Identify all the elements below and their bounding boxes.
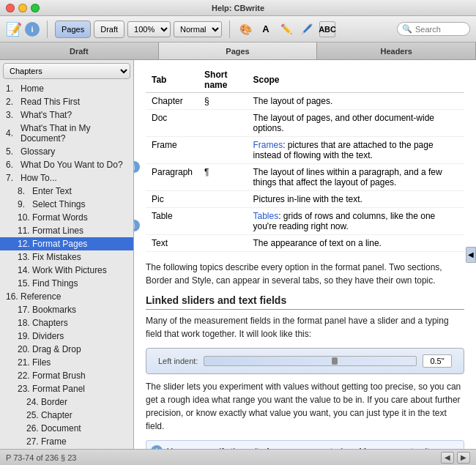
sidebar-list: 1.Home2.Read This First3.What's That?4.W…	[0, 82, 133, 449]
sidebar-item[interactable]: 11.Format Lines	[0, 224, 133, 237]
sidebar-item[interactable]: 7.How To...	[0, 171, 133, 185]
sidebar-item[interactable]: 13.Fix Mistakes	[0, 250, 133, 264]
tab-bar: Draft Pages Headers	[0, 42, 476, 60]
table-cell-scope-link[interactable]: Tables	[253, 211, 279, 221]
sidebar-item[interactable]: 21.Files	[0, 356, 133, 369]
draft-button[interactable]: Draft	[94, 21, 124, 38]
app-icon[interactable]: 📝	[6, 21, 22, 37]
table-header-tab: Tab	[146, 67, 198, 93]
toolbar-group-app: 📝 i	[6, 21, 40, 37]
sidebar-item[interactable]: 19.Dividers	[0, 330, 133, 343]
table-cell-scope: The layout of lines within a paragraph, …	[248, 164, 465, 191]
sidebar-item[interactable]: 5.Glossary	[0, 145, 133, 158]
pen-icon[interactable]: ✏️	[278, 21, 294, 37]
table-row: FrameFrames: pictures that are attached …	[146, 137, 464, 164]
sidebar-item[interactable]: 15.Find Things	[0, 277, 133, 290]
sidebar-item[interactable]: 22.Format Brush	[0, 369, 133, 382]
sidebar-item[interactable]: 28.List	[0, 448, 133, 449]
table-cell-short-name	[198, 191, 247, 208]
info-marker-1[interactable]: i	[134, 161, 140, 173]
table-row: DocThe layout of pages, and other docume…	[146, 110, 464, 137]
tab-headers[interactable]: Headers	[317, 42, 476, 59]
sidebar-item[interactable]: 26.Document	[0, 422, 133, 435]
table-cell-scope-link[interactable]: Frames	[253, 140, 283, 150]
table-cell-tab: Table	[146, 208, 198, 235]
table-cell-short-name: §	[198, 93, 247, 110]
table-cell-scope: The layout of pages, and other document-…	[248, 110, 465, 137]
sidebar-item[interactable]: 12.Format Pages	[0, 237, 133, 250]
status-nav: ◀ ▶	[441, 452, 470, 464]
info-box-text: You can specify the units for measuremen…	[167, 445, 459, 449]
view-mode-select[interactable]: Normal Outline	[174, 21, 222, 37]
scroll-handle[interactable]: ◀	[466, 247, 476, 263]
tab-draft[interactable]: Draft	[0, 42, 159, 59]
table-cell-short-name	[198, 208, 247, 235]
pages-button[interactable]: Pages	[55, 21, 91, 38]
nav-next-button[interactable]: ▶	[457, 452, 470, 464]
sidebar-item[interactable]: 10.Format Words	[0, 211, 133, 224]
spell-icon[interactable]: ABC	[319, 21, 335, 37]
window-buttons	[6, 4, 40, 12]
search-box: 🔍	[397, 22, 470, 36]
sidebar-item[interactable]: 20.Drag & Drop	[0, 343, 133, 356]
sidebar-item[interactable]: 6.What Do You Want to Do?	[0, 158, 133, 171]
table-header-scope: Scope	[248, 67, 465, 93]
divider1	[47, 21, 48, 38]
chapters-dropdown[interactable]: Chapters	[3, 63, 130, 79]
sidebar-item[interactable]: 24.Border	[0, 395, 133, 409]
table-row: Paragraph¶The layout of lines within a p…	[146, 164, 464, 191]
main-layout: Chapters 1.Home2.Read This First3.What's…	[0, 60, 476, 449]
info-marker-2[interactable]: i	[134, 220, 140, 231]
minimize-button[interactable]	[18, 4, 27, 12]
table-cell-scope: The appearance of text on a line.	[248, 235, 465, 252]
sidebar-item[interactable]: 18.Chapters	[0, 316, 133, 330]
sidebar-item[interactable]: 14.Work With Pictures	[0, 264, 133, 277]
slider-value-input[interactable]	[423, 354, 452, 368]
title-bar: Help: CBwrite	[0, 0, 476, 16]
close-button[interactable]	[6, 4, 15, 12]
table-cell-tab: Pic	[146, 191, 198, 208]
info-box: i You can specify the units for measurem…	[146, 440, 464, 449]
maximize-button[interactable]	[31, 4, 40, 12]
zoom-select[interactable]: 100% 75% 150%	[127, 21, 171, 37]
section1-text2: The slider lets you experiment with valu…	[146, 380, 464, 433]
sidebar-item[interactable]: 8.Enter Text	[0, 185, 133, 198]
sidebar: Chapters 1.Home2.Read This First3.What's…	[0, 60, 134, 449]
status-bar: P 73-74 of 236 § 23 ◀ ▶	[0, 449, 476, 465]
table-cell-tab: Paragraph	[146, 164, 198, 191]
table-cell-short-name	[198, 235, 247, 252]
sidebar-item[interactable]: 25.Chapter	[0, 409, 133, 422]
search-input[interactable]	[415, 25, 474, 34]
status-text: P 73-74 of 236 § 23	[6, 453, 435, 462]
slider-demo: Left indent:	[146, 348, 464, 374]
table-cell-scope: Tables: grids of rows and columns, like …	[248, 208, 465, 235]
slider-label: Left indent:	[158, 357, 198, 365]
sidebar-item[interactable]: 23.Format Panel	[0, 382, 133, 395]
info-box-icon: i	[151, 445, 163, 449]
nav-prev-button[interactable]: ◀	[441, 452, 454, 464]
table-row: TableTables: grids of rows and columns, …	[146, 208, 464, 235]
sidebar-item[interactable]: 4.What's That in My Document?	[0, 122, 133, 145]
color-wheel-icon[interactable]: 🎨	[237, 21, 253, 37]
sidebar-item[interactable]: 9.Select Things	[0, 198, 133, 211]
sidebar-item[interactable]: 3.What's That?	[0, 108, 133, 122]
sidebar-item[interactable]: 16.Reference	[0, 290, 133, 303]
sidebar-item[interactable]: 2.Read This First	[0, 95, 133, 108]
table-cell-scope: Frames: pictures that are attached to th…	[248, 137, 465, 164]
table-row: PicPictures in-line with the text.	[146, 191, 464, 208]
font-icon[interactable]: A	[258, 21, 274, 37]
intro-text: The following topics describe every opti…	[146, 261, 464, 287]
info-icon[interactable]: i	[25, 22, 40, 37]
table-header-short-name: Short name	[198, 67, 247, 93]
window-title: Help: CBwrite	[212, 4, 264, 12]
table-cell-tab: Chapter	[146, 93, 198, 110]
sidebar-dropdown-container: Chapters	[3, 63, 130, 79]
format-table: Tab Short name Scope Chapter§The layout …	[146, 67, 464, 252]
sidebar-item[interactable]: 17.Bookmarks	[0, 303, 133, 316]
tab-pages[interactable]: Pages	[159, 42, 318, 59]
sidebar-item[interactable]: 27.Frame	[0, 435, 133, 448]
highlighter-icon[interactable]: 🖊️	[299, 21, 315, 37]
slider-track[interactable]	[204, 356, 417, 366]
toolbar: 📝 i Pages Draft 100% 75% 150% Normal Out…	[0, 16, 476, 42]
sidebar-item[interactable]: 1.Home	[0, 82, 133, 95]
